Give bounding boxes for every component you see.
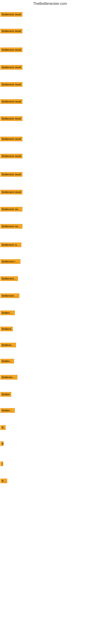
bottleneck-label: Bottleneck result — [0, 82, 22, 87]
bottleneck-label: Bottleneck result — [0, 259, 20, 264]
bottleneck-label: Bott — [0, 478, 7, 483]
bottleneck-label: Bottleneck result — [0, 116, 22, 121]
bottleneck-label: Bottleneck result — [0, 48, 22, 52]
bottleneck-label: Bottleneck result — [0, 172, 22, 177]
bottleneck-item: Bo — [0, 425, 6, 431]
bottleneck-item: Bottleneck result — [0, 29, 22, 34]
bottleneck-item: B — [0, 441, 3, 447]
bottleneck-item: | — [0, 462, 3, 467]
bottleneck-label: Bottleneck result — [0, 224, 22, 228]
bottleneck-label: Bottleneck — [0, 408, 15, 413]
bottleneck-item: Bottleneck result — [0, 207, 22, 212]
bottleneck-item: Bottleneck result — [0, 190, 22, 195]
bottleneck-item: Bottleneck result — [0, 154, 22, 159]
bottleneck-label: Bottleneck result — [0, 190, 22, 194]
bottleneck-item: Bottleneck c — [0, 343, 16, 348]
bottleneck-item: Bottleneck result — [0, 99, 22, 105]
bottleneck-label: Bottleneck resul — [0, 294, 19, 298]
bottleneck-label: Bottleneck result — [0, 65, 22, 70]
bottleneck-item: Bottleneck result — [0, 172, 22, 178]
bottleneck-item: Bottlenec — [0, 359, 14, 364]
bottleneck-label: | — [0, 462, 3, 466]
bottleneck-item: Bott — [0, 478, 7, 484]
bottleneck-label: Bottlene — [0, 327, 13, 331]
bottleneck-item: Bottleneck result — [0, 224, 22, 230]
bottleneck-item: Bottleneck result — [0, 48, 22, 53]
bottleneck-label: Bottleneck result — [0, 154, 22, 158]
bottleneck-item: Bottleneck — [0, 310, 15, 316]
bottleneck-item: Bottleneck result — [0, 12, 22, 18]
bottleneck-label: Bottleneck re — [0, 276, 18, 281]
bottleneck-item: Bottleneck result — [0, 82, 22, 88]
bottleneck-item: Bottleneck result — [0, 242, 21, 248]
bottleneck-item: Bottleneck re — [0, 276, 18, 282]
bottleneck-label: Bottleneck result — [0, 12, 22, 17]
bottleneck-item: Bottleneck re — [0, 375, 17, 380]
bottleneck-item: Bottlene — [0, 327, 13, 332]
site-title: TheBottlenecker.com — [0, 0, 100, 7]
bottleneck-label: Bottleneck — [0, 310, 15, 315]
bottleneck-item: Bottleneck result — [0, 137, 22, 142]
bottleneck-label: Bottleneck c — [0, 343, 16, 347]
bottleneck-item: Bottlen — [0, 392, 11, 398]
bottleneck-label: B — [0, 441, 3, 446]
bottleneck-label: Bottlenec — [0, 359, 14, 364]
bottleneck-item: Bottleneck result — [0, 65, 22, 70]
bottleneck-label: Bo — [0, 425, 6, 430]
bottleneck-label: Bottleneck result — [0, 137, 22, 141]
bottleneck-label: Bottleneck result — [0, 99, 22, 104]
bottleneck-label: Bottleneck result — [0, 242, 21, 247]
bottleneck-label: Bottleneck result — [0, 29, 22, 34]
bottleneck-label: Bottleneck result — [0, 207, 22, 212]
bottleneck-label: Bottlen — [0, 392, 11, 397]
bottleneck-item: Bottleneck result — [0, 116, 22, 122]
bottleneck-label: Bottleneck re — [0, 375, 17, 380]
bottleneck-item: Bottleneck result — [0, 259, 20, 265]
bottleneck-item: Bottleneck resul — [0, 294, 19, 299]
bottleneck-item: Bottleneck — [0, 408, 15, 414]
